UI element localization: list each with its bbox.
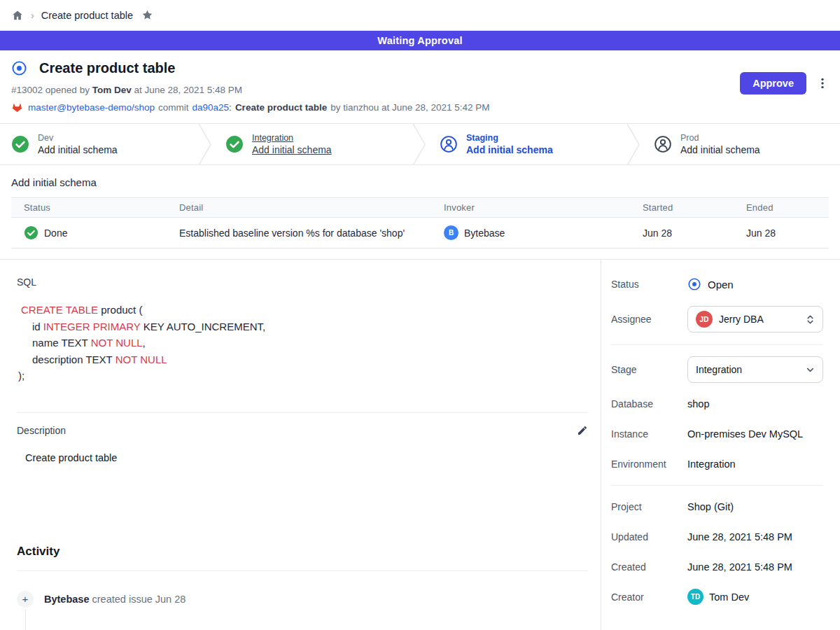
stage-env-label: Dev bbox=[38, 132, 118, 144]
col-detail: Detail bbox=[174, 198, 438, 218]
created-label: Created bbox=[611, 561, 687, 573]
sql-label: SQL bbox=[17, 276, 588, 288]
stage-task-label: Add initial schema bbox=[680, 144, 760, 157]
commit-hash-link[interactable]: da90a25 bbox=[192, 102, 230, 113]
unfold-icon bbox=[805, 314, 816, 325]
creator-name: Tom Dev bbox=[709, 592, 749, 603]
creator-label: Creator bbox=[611, 592, 687, 603]
instance-value: On-premises Dev MySQL bbox=[687, 428, 823, 440]
updated-value: June 28, 2021 5:48 PM bbox=[687, 531, 823, 542]
created-value: June 28, 2021 5:48 PM bbox=[687, 561, 823, 573]
stage-label: Stage bbox=[611, 364, 687, 375]
task-detail: Established baseline version %s for data… bbox=[174, 218, 438, 248]
updated-label: Updated bbox=[611, 531, 687, 542]
gitlab-icon bbox=[11, 102, 23, 113]
stage-staging[interactable]: Staging Add initial schema bbox=[428, 124, 626, 164]
sql-code-block: CREATE TABLE product ( id INTEGER PRIMAR… bbox=[17, 302, 588, 384]
creator-avatar: TD bbox=[687, 589, 704, 605]
stage-task-label: Add initial schema bbox=[252, 144, 332, 157]
assignee-avatar: JD bbox=[696, 311, 713, 328]
description-label: Description bbox=[17, 425, 66, 436]
col-invoker: Invoker bbox=[438, 198, 637, 218]
favorite-star-icon[interactable] bbox=[141, 9, 153, 21]
table-row: Done Established baseline version %s for… bbox=[11, 218, 829, 248]
assignee-name: Jerry DBA bbox=[719, 314, 799, 325]
stage-dev[interactable]: Dev Add initial schema bbox=[0, 124, 197, 164]
bytebase-issue-page: › Create product table Waiting Approval … bbox=[0, 0, 840, 630]
stage-select[interactable]: Integration bbox=[687, 356, 823, 383]
environment-label: Environment bbox=[611, 458, 687, 470]
plus-icon: + bbox=[17, 591, 34, 608]
done-check-icon bbox=[24, 225, 38, 240]
task-status: Done bbox=[44, 227, 67, 239]
col-status: Status bbox=[11, 198, 174, 218]
stage-env-label: Prod bbox=[680, 132, 760, 144]
person-circle-icon bbox=[440, 135, 458, 153]
check-circle-icon bbox=[225, 135, 244, 153]
issue-open-status-icon bbox=[11, 60, 27, 76]
person-circle-icon bbox=[654, 135, 672, 153]
issue-id: #13002 bbox=[11, 85, 43, 95]
breadcrumb: › Create product table bbox=[0, 0, 840, 31]
invoker-avatar: B bbox=[444, 225, 458, 240]
task-ended: Jun 28 bbox=[741, 218, 829, 248]
waiting-approval-banner: Waiting Approval bbox=[0, 31, 840, 50]
environment-value: Integration bbox=[687, 458, 823, 470]
stage-integration[interactable]: Integration Add initial schema bbox=[214, 124, 412, 164]
status-label: Status bbox=[611, 279, 687, 290]
breadcrumb-page-title[interactable]: Create product table bbox=[41, 10, 133, 21]
more-options-icon[interactable] bbox=[816, 77, 829, 90]
stage-value: Integration bbox=[696, 364, 799, 375]
activity-title: Activity bbox=[17, 545, 588, 559]
commit-byline: by tianzhou at June 28, 2021 5:42 PM bbox=[330, 102, 489, 113]
database-value: shop bbox=[687, 398, 823, 410]
stage-task-label: Add initial schema bbox=[466, 144, 553, 157]
stage-env-label: Staging bbox=[466, 132, 553, 144]
database-label: Database bbox=[611, 398, 687, 410]
stage-env-label: Integration bbox=[252, 132, 332, 144]
check-circle-icon bbox=[11, 135, 29, 153]
stage-task-label: Add initial schema bbox=[38, 144, 118, 157]
task-section: Add initial schema Status Detail Invoker… bbox=[0, 165, 840, 259]
status-value: Open bbox=[687, 277, 823, 291]
banner-text: Waiting Approval bbox=[377, 35, 462, 46]
activity-action: created issue Jun 28 bbox=[92, 594, 186, 605]
col-ended: Ended bbox=[741, 198, 829, 218]
edit-pencil-icon[interactable] bbox=[577, 425, 588, 436]
approve-button[interactable]: Approve bbox=[740, 72, 806, 94]
stage-separator bbox=[197, 124, 214, 164]
assignee-select[interactable]: JD Jerry DBA bbox=[687, 306, 823, 332]
instance-label: Instance bbox=[611, 428, 687, 440]
project-value: Shop (Git) bbox=[687, 501, 823, 512]
main-column: SQL CREATE TABLE product ( id INTEGER PR… bbox=[0, 260, 601, 630]
description-text: Create product table bbox=[17, 452, 588, 463]
commit-message: Create product table bbox=[235, 102, 327, 113]
commit-info: master@bytebase-demo/shop commit da90a25… bbox=[11, 102, 829, 113]
issue-title: Create product table bbox=[39, 60, 175, 76]
issue-meta: #13002 opened by Tom Dev at June 28, 202… bbox=[11, 85, 829, 95]
task-table: Status Detail Invoker Started Ended Done… bbox=[11, 197, 829, 248]
chevron-down-icon bbox=[805, 365, 816, 375]
stage-separator bbox=[626, 124, 643, 164]
invoker-name: Bytebase bbox=[464, 227, 505, 239]
col-started: Started bbox=[637, 198, 741, 218]
issue-author: Tom Dev bbox=[92, 85, 132, 95]
issue-header: Create product table #13002 opened by To… bbox=[0, 50, 840, 124]
project-label: Project bbox=[611, 501, 687, 512]
issue-sidebar: Status Open Assignee JD Jerry DBA Stage bbox=[601, 260, 840, 630]
activity-actor: Bytebase bbox=[44, 594, 89, 605]
home-icon[interactable] bbox=[11, 9, 24, 22]
task-started: Jun 28 bbox=[637, 218, 741, 248]
activity-item: + Bytebase created issue Jun 28 bbox=[17, 591, 588, 608]
stage-prod[interactable]: Prod Add initial schema bbox=[643, 124, 840, 164]
task-section-title: Add initial schema bbox=[11, 176, 829, 188]
pipeline-stages: Dev Add initial schema Integration Add i… bbox=[0, 124, 840, 165]
stage-separator bbox=[412, 124, 428, 164]
open-status-icon bbox=[687, 277, 701, 291]
branch-repo-link[interactable]: master@bytebase-demo/shop bbox=[28, 102, 155, 113]
assignee-label: Assignee bbox=[611, 314, 687, 325]
content-area: SQL CREATE TABLE product ( id INTEGER PR… bbox=[0, 259, 840, 630]
breadcrumb-chevron-icon: › bbox=[31, 10, 34, 21]
